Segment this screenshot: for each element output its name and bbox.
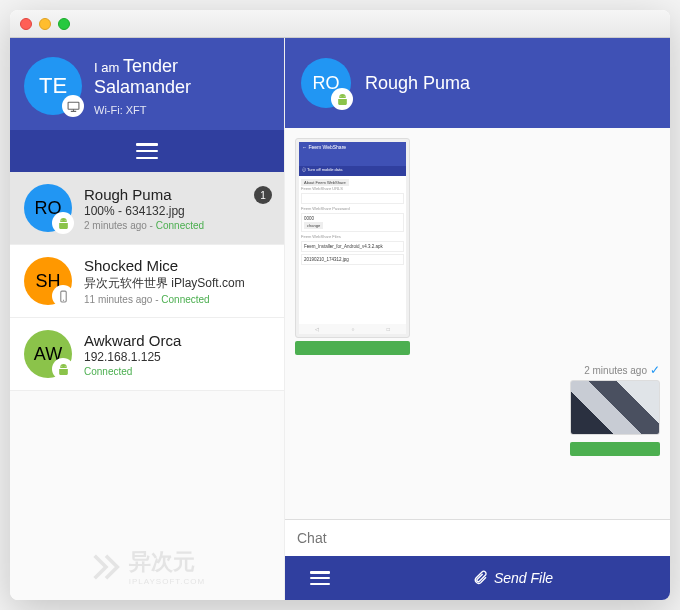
app-window: TE I am Tender Salamander Wi-Fi: XFT RO xyxy=(10,10,670,600)
chat-panel: RO Rough Puma ← Feem WebShare ⓘ Turn off… xyxy=(285,38,670,600)
screenshot-thumbnail: ← Feem WebShare ⓘ Turn off mobile data A… xyxy=(295,138,410,338)
wifi-label: Wi-Fi: XFT xyxy=(94,104,270,116)
android-icon xyxy=(52,358,74,380)
app-body: TE I am Tender Salamander Wi-Fi: XFT RO xyxy=(10,38,670,600)
peer-subtitle: 192.168.1.125 xyxy=(84,350,270,364)
minimize-dot[interactable] xyxy=(39,18,51,30)
send-menu-icon[interactable] xyxy=(285,571,355,585)
android-icon xyxy=(331,88,353,110)
android-icon xyxy=(52,212,74,234)
image-thumbnail xyxy=(570,380,660,435)
chat-title: Rough Puma xyxy=(365,73,470,94)
svg-point-3 xyxy=(61,219,62,220)
chat-header: RO Rough Puma xyxy=(285,38,670,128)
close-dot[interactable] xyxy=(20,18,32,30)
progress-bar xyxy=(570,442,660,456)
self-initials: TE xyxy=(39,73,67,99)
send-bar: Send File xyxy=(285,556,670,600)
peer-meta: 11 minutes ago - Connected xyxy=(84,294,270,305)
progress-bar xyxy=(295,341,410,355)
peer-info: Shocked Mice 异次元软件世界 iPlaySoft.com 11 mi… xyxy=(84,257,270,305)
check-icon: ✓ xyxy=(650,363,660,377)
svg-point-9 xyxy=(340,95,341,96)
peer-name: Shocked Mice xyxy=(84,257,270,274)
svg-point-7 xyxy=(61,365,62,366)
peer-subtitle: 100% - 634132.jpg xyxy=(84,204,270,218)
peer-avatar: RO xyxy=(24,184,72,232)
paperclip-icon xyxy=(472,570,488,586)
desktop-icon xyxy=(62,95,84,117)
iam-label: I am Tender Salamander xyxy=(94,56,270,98)
svg-rect-0 xyxy=(68,102,79,109)
message-timestamp: 2 minutes ago ✓ xyxy=(570,363,660,377)
peer-name: Awkward Orca xyxy=(84,332,270,349)
send-file-button[interactable]: Send File xyxy=(355,570,670,586)
phone-icon xyxy=(52,285,74,307)
zoom-dot[interactable] xyxy=(58,18,70,30)
message-incoming[interactable]: ← Feem WebShare ⓘ Turn off mobile data A… xyxy=(295,138,410,355)
peer-item-rough-puma[interactable]: RO Rough Puma 100% - 634132.jpg 2 minute… xyxy=(10,172,284,245)
sidebar: TE I am Tender Salamander Wi-Fi: XFT RO xyxy=(10,38,285,600)
svg-point-8 xyxy=(64,365,65,366)
profile-header: TE I am Tender Salamander Wi-Fi: XFT xyxy=(10,38,284,130)
chat-body[interactable]: ← Feem WebShare ⓘ Turn off mobile data A… xyxy=(285,128,670,519)
peer-meta: 2 minutes ago - Connected xyxy=(84,220,270,231)
peer-item-awkward-orca[interactable]: AW Awkward Orca 192.168.1.125 Connected xyxy=(10,318,284,391)
menu-icon[interactable] xyxy=(136,143,158,159)
chat-input[interactable] xyxy=(285,520,670,556)
self-avatar: TE xyxy=(24,57,82,115)
mac-titlebar xyxy=(10,10,670,38)
peer-avatar: AW xyxy=(24,330,72,378)
peer-info: Awkward Orca 192.168.1.125 Connected xyxy=(84,332,270,377)
peer-meta: Connected xyxy=(84,366,270,377)
peer-list: RO Rough Puma 100% - 634132.jpg 2 minute… xyxy=(10,172,284,600)
sidebar-menubar xyxy=(10,130,284,172)
peer-item-shocked-mice[interactable]: SH Shocked Mice 异次元软件世界 iPlaySoft.com 11… xyxy=(10,245,284,318)
chat-input-row xyxy=(285,519,670,556)
peer-avatar: SH xyxy=(24,257,72,305)
peer-info: Rough Puma 100% - 634132.jpg 2 minutes a… xyxy=(84,186,270,231)
unread-badge: 1 xyxy=(254,186,272,204)
peer-name: Rough Puma xyxy=(84,186,270,203)
svg-point-10 xyxy=(343,95,344,96)
chat-avatar: RO xyxy=(301,58,351,108)
svg-point-4 xyxy=(64,219,65,220)
peer-subtitle: 异次元软件世界 iPlaySoft.com xyxy=(84,275,270,292)
message-outgoing[interactable]: 2 minutes ago ✓ xyxy=(570,363,660,456)
profile-text: I am Tender Salamander Wi-Fi: XFT xyxy=(94,56,270,116)
